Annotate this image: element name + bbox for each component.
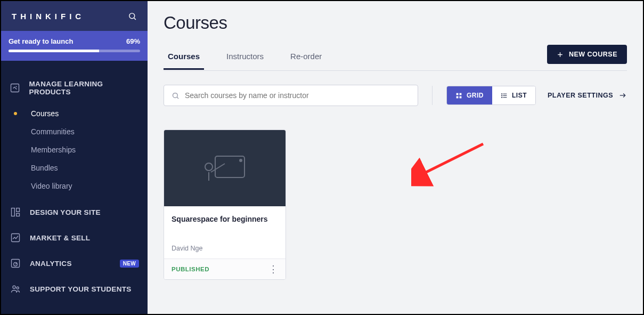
view-list-label: LIST [512,92,527,99]
progress-label: Get ready to launch [9,37,73,45]
svg-point-25 [502,97,502,98]
more-menu-icon[interactable]: ⋮ [268,264,278,274]
player-settings-label: PLAYER SETTINGS [548,92,613,99]
divider [432,86,433,105]
svg-rect-4 [17,208,20,212]
nav-section-label: MANAGE LEARNING PRODUCTS [29,80,139,96]
arrow-right-icon [618,92,627,99]
course-card[interactable]: Squarespace for beginners David Nge PUBL… [164,130,286,280]
brand-logo: THINKIFIC [12,12,85,21]
sidebar-item-label: Courses [31,109,59,118]
edit-square-icon [10,83,21,93]
course-status: PUBLISHED [172,266,209,272]
sidebar-item-communities[interactable]: Communities [1,123,148,141]
chart-up-icon [10,232,21,243]
course-card-footer: PUBLISHED ⋮ [164,259,286,279]
sidebar-item-label: Communities [31,127,75,136]
nav-section-design[interactable]: DESIGN YOUR SITE [1,199,148,225]
svg-point-0 [129,13,135,18]
active-dot-icon [14,112,17,115]
nav-section-market[interactable]: MARKET & SELL [1,225,148,251]
nav-section-label: ANALYTICS [30,260,72,268]
layout-icon [10,207,21,217]
nav-section-label: SUPPORT YOUR STUDENTS [30,285,132,293]
progress-fill [9,50,99,52]
people-icon [10,284,21,294]
course-search[interactable] [164,85,418,106]
svg-line-31 [211,164,225,172]
main-content: Courses Courses Instructors Re-order NEW… [148,1,643,314]
svg-point-23 [502,93,502,94]
sidebar-header: THINKIFIC [1,1,148,31]
grid-icon [455,92,462,99]
svg-point-14 [173,93,178,98]
nav-section-label: MARKET & SELL [30,234,90,242]
svg-point-29 [205,163,213,171]
gauge-icon [10,258,21,269]
controls-row: GRID LIST PLAYER SETTINGS [164,85,627,106]
svg-point-28 [240,159,242,161]
svg-rect-16 [456,93,459,95]
new-course-label: NEW COURSE [569,51,617,58]
nav-section-label: DESIGN YOUR SITE [30,208,101,216]
view-toggle: GRID LIST [446,86,536,105]
list-icon [501,92,508,99]
course-title: Squarespace for beginners [172,215,278,223]
view-grid-label: GRID [467,92,484,99]
svg-point-24 [502,95,502,95]
sidebar-item-memberships[interactable]: Memberships [1,141,148,159]
svg-rect-3 [12,208,15,216]
tabs: Courses Instructors Re-order [164,46,326,69]
nav: MANAGE LEARNING PRODUCTS Courses Communi… [1,61,148,302]
svg-point-10 [13,286,15,288]
tab-reorder[interactable]: Re-order [286,46,326,70]
sidebar-item-label: Memberships [31,146,76,154]
new-course-button[interactable]: NEW COURSE [547,45,627,64]
svg-rect-18 [456,96,459,98]
search-icon [172,92,180,100]
svg-rect-5 [17,214,20,216]
page-title: Courses [164,13,627,33]
course-search-input[interactable] [185,91,410,100]
tabs-row: Courses Instructors Re-order NEW COURSE [164,45,627,71]
svg-point-11 [17,287,19,289]
svg-line-15 [177,97,178,99]
subnav-learning: Courses Communities Memberships Bundles … [1,103,148,199]
nav-section-manage-learning[interactable]: MANAGE LEARNING PRODUCTS [1,72,148,103]
svg-rect-19 [460,96,462,98]
plus-icon [557,51,564,58]
nav-section-analytics[interactable]: ANALYTICS NEW [1,251,148,276]
onboarding-progress[interactable]: Get ready to launch 69% [1,31,148,61]
progress-percent: 69% [126,37,140,45]
sidebar: THINKIFIC Get ready to launch 69% MANAGE… [1,1,148,314]
sidebar-item-video-library[interactable]: Video library [1,177,148,195]
search-icon[interactable] [128,12,137,21]
sidebar-item-label: Video library [31,182,72,190]
progress-bar [9,50,140,52]
view-list-button[interactable]: LIST [492,86,535,104]
sidebar-item-courses[interactable]: Courses [1,104,148,123]
sidebar-item-label: Bundles [31,164,58,172]
new-badge: NEW [120,260,139,268]
course-cards: Squarespace for beginners David Nge PUBL… [164,130,627,280]
player-settings-link[interactable]: PLAYER SETTINGS [548,92,627,99]
course-card-body: Squarespace for beginners David Nge [164,206,286,259]
course-thumbnail [164,130,286,206]
course-author: David Nge [172,245,278,252]
nav-section-support[interactable]: SUPPORT YOUR STUDENTS [1,276,148,302]
tab-instructors[interactable]: Instructors [222,46,268,70]
svg-rect-17 [460,93,462,95]
view-grid-button[interactable]: GRID [447,86,492,104]
svg-line-1 [134,18,136,19]
sidebar-item-bundles[interactable]: Bundles [1,159,148,177]
svg-line-9 [15,263,17,264]
tab-courses[interactable]: Courses [164,46,204,70]
